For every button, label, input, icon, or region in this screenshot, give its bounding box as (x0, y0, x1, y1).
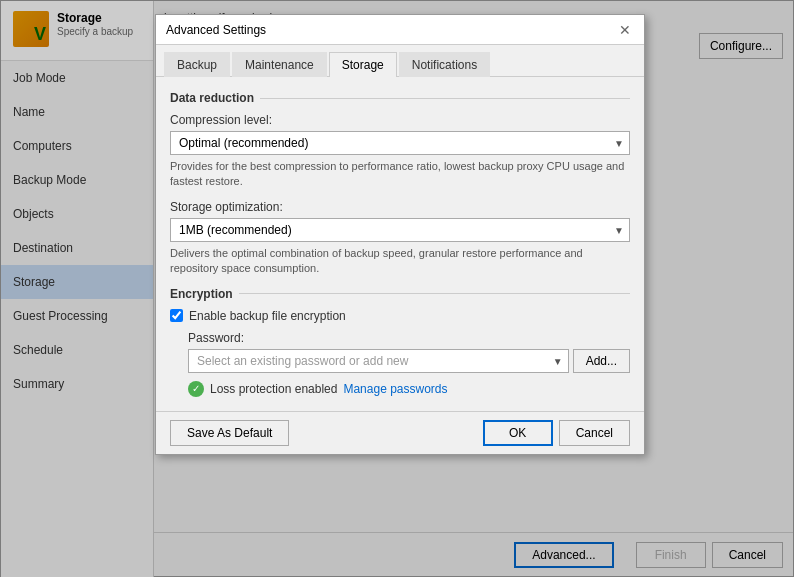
status-icon: ✓ (188, 381, 204, 397)
advanced-settings-dialog: Advanced Settings ✕ Backup Maintenance S… (155, 14, 645, 455)
compression-desc: Provides for the best compression to per… (170, 159, 630, 190)
add-password-button[interactable]: Add... (573, 349, 630, 373)
ok-button[interactable]: OK (483, 420, 553, 446)
password-label: Password: (188, 331, 630, 345)
password-select-wrapper: Select an existing password or add new ▼ (188, 349, 569, 373)
tab-storage[interactable]: Storage (329, 52, 397, 77)
enable-encryption-checkbox[interactable] (170, 309, 183, 322)
status-text: Loss protection enabled (210, 382, 337, 396)
save-as-default-button[interactable]: Save As Default (170, 420, 289, 446)
dialog-content: Data reduction Compression level: Optima… (156, 77, 644, 411)
dialog-title: Advanced Settings (166, 23, 266, 37)
tab-maintenance[interactable]: Maintenance (232, 52, 327, 77)
dialog-bottom-right: OK Cancel (483, 420, 630, 446)
password-row: Select an existing password or add new ▼… (188, 349, 630, 373)
enable-encryption-row: Enable backup file encryption (170, 309, 630, 323)
storage-opt-desc: Delivers the optimal combination of back… (170, 246, 630, 277)
encryption-section: Encryption Enable backup file encryption… (170, 287, 630, 397)
storage-opt-select-wrapper: 1MB (recommended) ▼ (170, 218, 630, 242)
tab-backup[interactable]: Backup (164, 52, 230, 77)
cancel-button[interactable]: Cancel (559, 420, 630, 446)
dialog-close-button[interactable]: ✕ (616, 21, 634, 39)
manage-passwords-link[interactable]: Manage passwords (343, 382, 447, 396)
dialog-titlebar: Advanced Settings ✕ (156, 15, 644, 45)
encryption-title: Encryption (170, 287, 630, 301)
dialog-bottom: Save As Default OK Cancel (156, 411, 644, 454)
compression-select-wrapper: Optimal (recommended) ▼ (170, 131, 630, 155)
data-reduction-title: Data reduction (170, 91, 630, 105)
compression-select[interactable]: Optimal (recommended) (170, 131, 630, 155)
storage-opt-select[interactable]: 1MB (recommended) (170, 218, 630, 242)
enable-encryption-label[interactable]: Enable backup file encryption (189, 309, 346, 323)
status-row: ✓ Loss protection enabled Manage passwor… (188, 381, 630, 397)
compression-label: Compression level: (170, 113, 630, 127)
tab-bar: Backup Maintenance Storage Notifications (156, 45, 644, 77)
tab-notifications[interactable]: Notifications (399, 52, 490, 77)
password-select[interactable]: Select an existing password or add new (188, 349, 569, 373)
storage-opt-label: Storage optimization: (170, 200, 630, 214)
